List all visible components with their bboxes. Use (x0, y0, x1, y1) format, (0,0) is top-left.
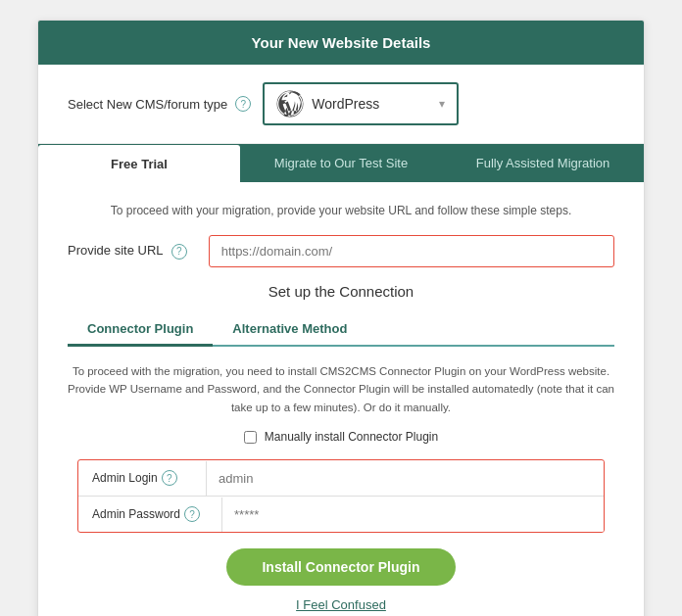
site-url-help-icon[interactable]: ? (171, 244, 187, 260)
admin-password-row: Admin Password ? (78, 496, 604, 532)
tab-migrate[interactable]: Migrate to Our Test Site (240, 144, 442, 182)
header-title: Your New Website Details (252, 34, 431, 51)
cms-help-icon[interactable]: ? (235, 96, 251, 112)
tab-assisted[interactable]: Fully Assisted Migration (442, 144, 644, 182)
tabs-bar: Free Trial Migrate to Our Test Site Full… (38, 144, 644, 182)
cms-label: Select New CMS/forum type (68, 97, 227, 112)
inner-tab-connector[interactable]: Connector Plugin (68, 313, 213, 347)
tab-free-trial[interactable]: Free Trial (38, 145, 240, 183)
instruction-text: To proceed with your migration, provide … (68, 202, 614, 219)
connection-section-title: Set up the Connection (68, 283, 614, 300)
site-url-row: Provide site URL ? (68, 235, 614, 267)
main-card: Your New Website Details Select New CMS/… (37, 20, 645, 616)
wordpress-logo (276, 90, 304, 118)
card-header: Your New Website Details (38, 21, 644, 65)
credentials-box: Admin Login ? Admin Password ? (77, 459, 605, 533)
site-url-label: Provide site URL ? (68, 243, 199, 260)
confused-link[interactable]: I Feel Confused (68, 597, 614, 612)
inner-tab-alternative[interactable]: Alternative Method (213, 313, 366, 345)
manually-install-checkbox[interactable] (244, 431, 257, 444)
install-connector-button[interactable]: Install Connector Plugin (226, 548, 455, 586)
manually-install-row: Manually install Connector Plugin (68, 430, 614, 444)
admin-login-help-icon[interactable]: ? (162, 470, 177, 486)
admin-login-row: Admin Login ? (78, 460, 604, 496)
cms-selected-value: WordPress (312, 96, 419, 112)
cms-chevron-icon: ▾ (439, 97, 445, 111)
inner-tabs: Connector Plugin Alternative Method (68, 313, 614, 347)
content-area: To proceed with your migration, provide … (38, 182, 644, 616)
cms-select[interactable]: WordPress ▾ (263, 82, 459, 125)
admin-login-input[interactable] (206, 461, 604, 496)
admin-password-label: Admin Password ? (78, 497, 221, 532)
connector-description: To proceed with the migration, you need … (68, 362, 614, 416)
admin-password-input[interactable] (221, 498, 604, 532)
cms-row: Select New CMS/forum type ? WordPress ▾ (38, 65, 644, 144)
manually-install-label: Manually install Connector Plugin (265, 430, 438, 444)
site-url-input[interactable] (209, 235, 614, 267)
admin-password-help-icon[interactable]: ? (184, 506, 200, 522)
admin-login-label: Admin Login ? (78, 460, 206, 496)
